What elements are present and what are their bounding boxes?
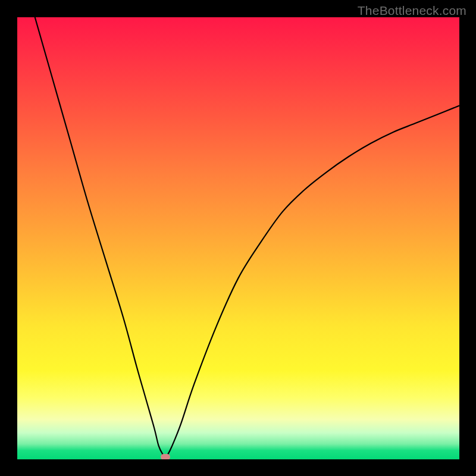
chart-container: TheBottleneck.com bbox=[0, 0, 476, 476]
minimum-marker bbox=[161, 454, 170, 459]
watermark-text: TheBottleneck.com bbox=[358, 4, 466, 18]
plot-area bbox=[17, 17, 459, 459]
bottleneck-curve bbox=[17, 17, 459, 459]
